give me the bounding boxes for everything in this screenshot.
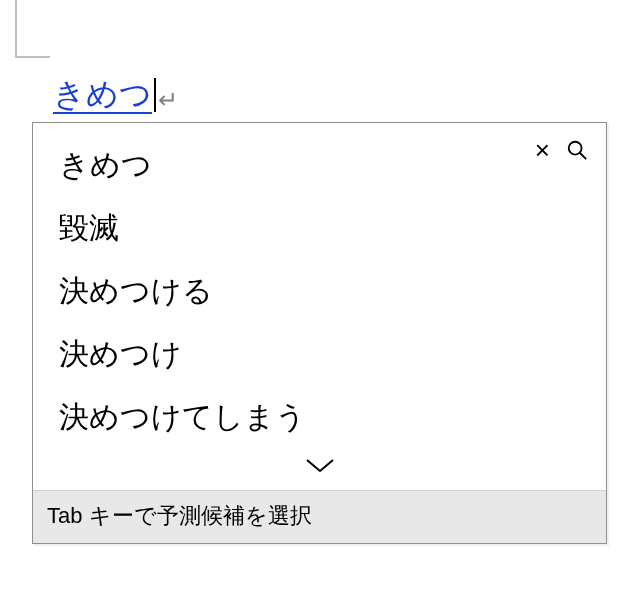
hint-bar: Tab キーで予測候補を選択 (33, 490, 606, 543)
candidate-item[interactable]: 決めつける (33, 259, 606, 322)
ime-candidate-window: × きめつ 毀滅 決めつける 決めつけ 決めつけてしまう (32, 122, 607, 544)
chevron-down-icon (303, 454, 337, 476)
candidate-list: × きめつ 毀滅 決めつける 決めつけ 決めつけてしまう (33, 123, 606, 490)
ime-screenshot: きめつ ↵ × きめつ 毀滅 決めつける 決めつけ 決めつけてしまう (0, 0, 640, 592)
candidate-item[interactable]: 決めつけ (33, 322, 606, 385)
composition-line[interactable]: きめつ ↵ (53, 74, 178, 114)
candidate-tools: × (535, 137, 588, 163)
svg-line-1 (580, 153, 586, 159)
candidate-item[interactable]: きめつ (33, 133, 606, 196)
paragraph-mark: ↵ (158, 88, 178, 114)
text-caret (154, 78, 156, 112)
candidate-item[interactable]: 毀滅 (33, 196, 606, 259)
composition-text[interactable]: きめつ (53, 78, 152, 114)
expand-candidates[interactable] (33, 448, 606, 486)
close-icon[interactable]: × (535, 137, 550, 163)
search-icon[interactable] (566, 139, 588, 161)
svg-point-0 (569, 142, 582, 155)
candidate-item[interactable]: 決めつけてしまう (33, 385, 606, 448)
page-margin-corner (15, 0, 50, 58)
